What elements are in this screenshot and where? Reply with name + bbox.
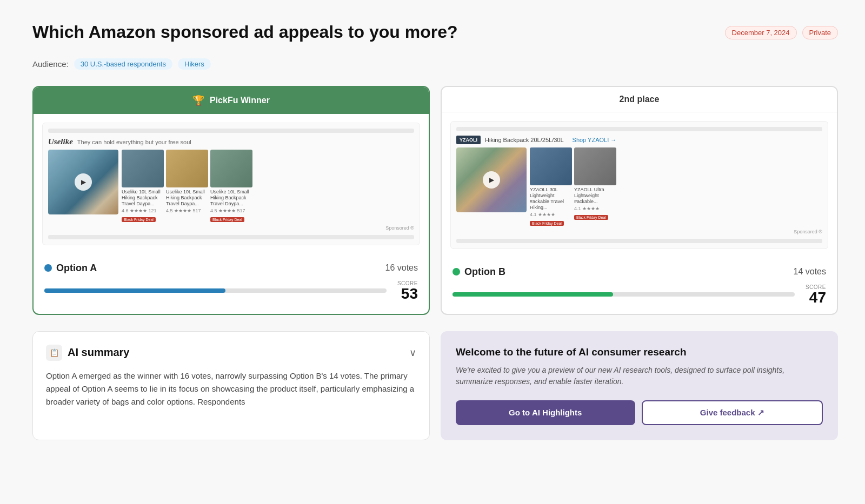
option-a-ad-mockup: Uselike They can hold everything but you…	[42, 123, 420, 245]
yzaoll-logo: YZAOLI	[456, 136, 481, 144]
ai-research-card: Welcome to the future of AI consumer res…	[441, 331, 838, 440]
score-value-a: 53	[397, 286, 418, 301]
score-box-a: SCORE 53	[397, 280, 418, 301]
option-b-name: Option B	[464, 266, 505, 278]
page-header: Which Amazon sponsored ad appeals to you…	[32, 22, 838, 42]
thumb-item-b1: YZAOLL 30L Lightweight #ackable Travel H…	[530, 147, 572, 226]
meta-private: Private	[802, 26, 838, 39]
dot-a	[44, 264, 52, 272]
thumb-text-b2: YZAOLL Ultra Lightweight #ackable...	[574, 187, 616, 204]
ad-brand-row-a: Uselike They can hold everything but you…	[48, 137, 414, 146]
score-bar-track-a	[44, 288, 387, 293]
thumb-rating-a3: 4.5 ★★★★ 517	[210, 208, 252, 213]
dot-b	[453, 268, 460, 275]
thumb-item-a3: Uselike 10L Small Hiking Backpack Travel…	[210, 150, 252, 223]
thumb-rating-b1: 4.1 ★★★★	[530, 212, 572, 217]
sponsored-label-a: Sponsored ®	[48, 225, 414, 231]
ad-main-image-a: ▶	[48, 150, 118, 214]
ad-images-row-b: ▶ YZAOLL 30L Lightweight #ackable Travel…	[456, 147, 822, 226]
shop-link[interactable]: Shop YZAOLI →	[573, 137, 617, 143]
give-feedback-label: Give feedback ↗	[700, 408, 764, 418]
brand-tagline-a: They can hold everything but your free s…	[77, 139, 191, 145]
audience-tag-respondents[interactable]: 30 U.S.-based respondents	[74, 58, 172, 70]
score-row-b: SCORE 47	[453, 284, 826, 305]
ad-thumbnails-a: Uselike 10L Small Hiking Backpack Travel…	[122, 150, 414, 223]
score-box-b: SCORE 47	[806, 284, 826, 305]
ai-research-description: We're excited to give you a preview of o…	[456, 365, 823, 387]
winner-header: 🏆 PickFu Winner	[34, 87, 429, 114]
trophy-icon: 🏆	[192, 95, 204, 106]
options-grid: 🏆 PickFu Winner Uselike They can hold ev…	[32, 86, 838, 314]
chevron-down-icon[interactable]: ∨	[409, 347, 416, 359]
score-bar-fill-a	[44, 288, 225, 293]
thumb-rating-a2: 4.5 ★★★★ 517	[166, 208, 208, 213]
ad-images-row-a: ▶ Uselike 10L Small Hiking Backpack Trav…	[48, 150, 414, 223]
option-a-name: Option A	[56, 263, 97, 274]
thumb-text-a1: Uselike 10L Small Hiking Backpack Travel…	[122, 189, 164, 206]
option-label-b: Option B	[453, 266, 505, 278]
black-friday-b2: Black Friday Deal	[574, 215, 608, 220]
black-friday-b1: Black Friday Deal	[530, 221, 564, 226]
vote-row-a: Option A 16 votes	[44, 263, 418, 274]
thumb-rating-a1: 4.6 ★★★★ 121	[122, 208, 164, 213]
ai-summary-text: Option A emerged as the winner with 16 v…	[46, 369, 416, 408]
black-friday-a3: Black Friday Deal	[210, 217, 244, 222]
ai-icon: 📋	[46, 345, 62, 361]
vote-count-a: 16 votes	[385, 263, 418, 273]
ad-thumbnails-b: YZAOLL 30L Lightweight #ackable Travel H…	[530, 147, 822, 226]
vote-section-b: Option B 14 votes SCORE 47	[442, 258, 837, 314]
ai-summary-body: Option A emerged as the winner with 16 v…	[46, 371, 414, 406]
ad-yzaoll-brand: YZAOLI Hiking Backpack 20L/25L/30L Shop …	[456, 136, 822, 144]
audience-label: Audience:	[32, 59, 69, 69]
ai-icon-symbol: 📋	[50, 348, 59, 357]
score-bar-track-b	[453, 292, 795, 297]
give-feedback-button[interactable]: Give feedback ↗	[642, 400, 823, 425]
ad-top-bar	[48, 129, 414, 133]
option-b-card: 2nd place YZAOLI Hiking Backpack 20L/25L…	[441, 86, 838, 314]
ai-research-title: Welcome to the future of AI consumer res…	[456, 346, 823, 358]
meta-date: December 7, 2024	[725, 26, 797, 39]
ai-summary-title: AI summary	[68, 346, 130, 359]
thumb-img-b1	[530, 147, 572, 185]
score-value-b: 47	[806, 290, 826, 305]
bottom-section: 📋 AI summary ∨ Option A emerged as the w…	[32, 331, 838, 440]
thumb-img-a3	[210, 150, 252, 187]
ai-research-buttons: Go to AI Highlights Give feedback ↗	[456, 400, 823, 425]
audience-tag-hikers[interactable]: Hikers	[178, 58, 211, 70]
sponsored-label-b: Sponsored ®	[456, 229, 822, 234]
winner-label: PickFu Winner	[210, 96, 270, 105]
brand-logo-a: Uselike	[48, 137, 73, 146]
page-title: Which Amazon sponsored ad appeals to you…	[32, 22, 457, 42]
thumb-item-a1: Uselike 10L Small Hiking Backpack Travel…	[122, 150, 164, 223]
vote-row-b: Option B 14 votes	[453, 266, 826, 278]
ad-bottom-bar-b	[456, 239, 822, 243]
thumb-img-a1	[122, 150, 164, 187]
audience-row: Audience: 30 U.S.-based respondents Hike…	[32, 58, 838, 70]
header-meta: December 7, 2024 Private	[725, 26, 838, 39]
option-a-card: 🏆 PickFu Winner Uselike They can hold ev…	[32, 86, 430, 314]
thumb-text-a2: Uselike 10L Small Hiking Backpack Travel…	[166, 189, 208, 206]
thumb-text-b1: YZAOLL 30L Lightweight #ackable Travel H…	[530, 187, 572, 210]
option-label-a: Option A	[44, 263, 97, 274]
ad-main-image-b: ▶	[456, 147, 527, 212]
ad-bottom-bar-a	[48, 235, 414, 239]
vote-count-b: 14 votes	[794, 267, 826, 277]
ai-summary-header: 📋 AI summary ∨	[46, 345, 416, 361]
second-label: 2nd place	[620, 95, 660, 104]
play-button-b[interactable]: ▶	[483, 171, 500, 189]
second-header: 2nd place	[442, 87, 837, 112]
play-button-a[interactable]: ▶	[75, 173, 92, 191]
option-b-ad-mockup: YZAOLI Hiking Backpack 20L/25L/30L Shop …	[450, 121, 828, 248]
thumb-item-b2: YZAOLL Ultra Lightweight #ackable... 4.1…	[574, 147, 616, 226]
thumb-img-b2	[574, 147, 616, 185]
ad-top-bar-b	[456, 127, 822, 131]
go-to-ai-highlights-button[interactable]: Go to AI Highlights	[456, 400, 635, 425]
thumb-img-a2	[166, 150, 208, 187]
yzaoll-product-title: Hiking Backpack 20L/25L/30L	[485, 137, 564, 143]
vote-section-a: Option A 16 votes SCORE 53	[34, 254, 429, 310]
thumb-text-a3: Uselike 10L Small Hiking Backpack Travel…	[210, 189, 252, 206]
ai-summary-card: 📋 AI summary ∨ Option A emerged as the w…	[32, 331, 430, 440]
score-bar-fill-b	[453, 292, 613, 297]
ai-summary-title-row: 📋 AI summary	[46, 345, 130, 361]
thumb-item-a2: Uselike 10L Small Hiking Backpack Travel…	[166, 150, 208, 223]
